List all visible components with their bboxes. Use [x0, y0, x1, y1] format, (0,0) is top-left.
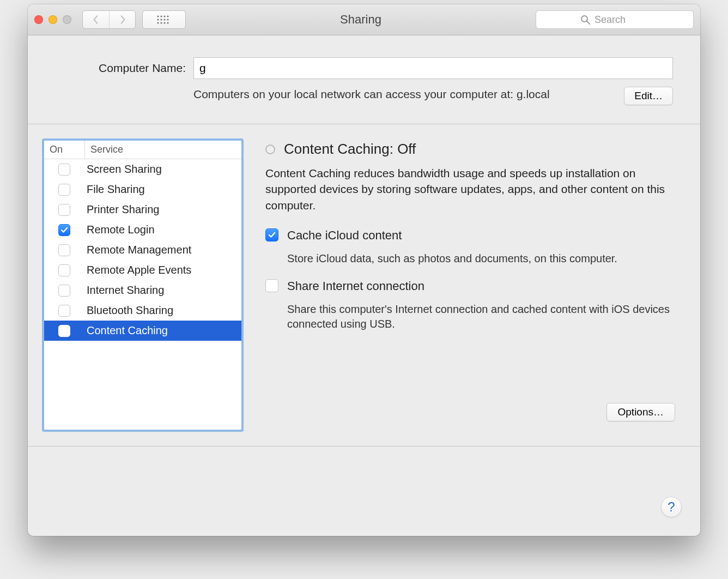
back-button[interactable] — [83, 11, 109, 28]
services-table: On Service Screen SharingFile SharingPri… — [42, 138, 244, 432]
svg-point-6 — [163, 19, 165, 20]
option-row: Cache iCloud contentStore iCloud data, s… — [265, 228, 678, 266]
minimize-icon[interactable] — [48, 15, 57, 24]
svg-point-2 — [163, 15, 165, 17]
service-on-checkbox[interactable] — [58, 285, 70, 297]
svg-point-8 — [157, 22, 159, 23]
service-label: Remote Login — [84, 224, 241, 236]
titlebar: Sharing — [28, 4, 700, 35]
service-row[interactable]: Remote Management — [44, 240, 241, 260]
show-all-button[interactable] — [142, 10, 186, 29]
search-icon — [580, 15, 590, 25]
computer-name-section: Computer Name: Computers on your local n… — [28, 35, 700, 105]
service-row[interactable]: Remote Login — [44, 220, 241, 240]
option-subtitle: Share this computer's Internet connectio… — [287, 302, 678, 331]
maximize-icon — [63, 15, 71, 24]
nav-segmented-control — [82, 10, 136, 29]
service-label: Content Caching — [84, 324, 241, 337]
close-icon[interactable] — [34, 15, 43, 24]
svg-point-10 — [163, 22, 165, 23]
option-subtitle: Store iCloud data, such as photos and do… — [287, 251, 678, 266]
service-label: Remote Apple Events — [84, 264, 241, 276]
service-on-checkbox[interactable] — [58, 164, 70, 176]
option-checkbox[interactable] — [265, 228, 278, 242]
service-on-checkbox[interactable] — [58, 184, 70, 196]
service-detail-description: Content Caching reduces bandwidth usage … — [265, 165, 678, 213]
svg-point-0 — [157, 15, 159, 17]
services-panel: On Service Screen SharingFile SharingPri… — [28, 124, 700, 447]
service-row[interactable]: File Sharing — [44, 179, 241, 200]
options-button[interactable]: Options… — [606, 403, 675, 421]
svg-point-4 — [157, 19, 159, 20]
grid-icon — [156, 15, 172, 25]
service-on-checkbox[interactable] — [58, 325, 70, 337]
svg-point-1 — [160, 15, 162, 17]
option-title: Share Internet connection — [287, 279, 678, 293]
option-title: Cache iCloud content — [287, 228, 678, 243]
service-row[interactable]: Content Caching — [44, 321, 241, 341]
column-header-service[interactable]: Service — [84, 141, 241, 159]
svg-point-3 — [167, 15, 168, 17]
service-row[interactable]: Screen Sharing — [44, 159, 241, 179]
option-checkbox[interactable] — [265, 279, 278, 292]
computer-name-label: Computer Name: — [55, 62, 186, 75]
window-controls — [34, 15, 71, 24]
chevron-right-icon — [119, 15, 126, 25]
computer-name-hint: Computers on your local network can acce… — [193, 87, 589, 102]
svg-point-9 — [160, 22, 162, 23]
svg-point-7 — [167, 19, 168, 20]
svg-line-13 — [587, 21, 590, 24]
service-row[interactable]: Internet Sharing — [44, 280, 241, 300]
service-label: Screen Sharing — [84, 163, 241, 176]
service-label: Bluetooth Sharing — [84, 304, 241, 317]
svg-point-5 — [160, 19, 162, 20]
edit-hostname-button[interactable]: Edit… — [624, 87, 673, 105]
service-on-checkbox[interactable] — [58, 305, 70, 317]
service-label: File Sharing — [84, 183, 241, 196]
search-field[interactable] — [536, 10, 694, 29]
search-input[interactable] — [594, 14, 649, 26]
service-detail: Content Caching: Off Content Caching red… — [265, 138, 678, 432]
service-on-checkbox[interactable] — [58, 224, 70, 236]
service-detail-heading: Content Caching: Off — [284, 141, 416, 158]
help-button[interactable]: ? — [661, 497, 682, 517]
service-on-checkbox[interactable] — [58, 264, 70, 276]
svg-point-11 — [167, 22, 168, 23]
computer-name-input[interactable] — [193, 57, 673, 79]
chevron-left-icon — [92, 15, 100, 25]
service-label: Internet Sharing — [84, 284, 241, 297]
status-indicator-icon — [265, 144, 275, 154]
column-header-on[interactable]: On — [44, 141, 84, 159]
service-label: Remote Management — [84, 244, 241, 256]
service-row[interactable]: Remote Apple Events — [44, 260, 241, 280]
services-list: Screen SharingFile SharingPrinter Sharin… — [44, 159, 241, 430]
sharing-prefpane-window: Sharing Computer Name: Computers on your… — [28, 4, 700, 536]
service-row[interactable]: Bluetooth Sharing — [44, 300, 241, 321]
service-label: Printer Sharing — [84, 203, 241, 216]
forward-button[interactable] — [109, 11, 135, 28]
option-row: Share Internet connectionShare this comp… — [265, 279, 678, 331]
service-on-checkbox[interactable] — [58, 244, 70, 256]
service-row[interactable]: Printer Sharing — [44, 200, 241, 220]
services-table-header: On Service — [44, 141, 241, 159]
window-title: Sharing — [340, 13, 381, 26]
service-on-checkbox[interactable] — [58, 204, 70, 216]
